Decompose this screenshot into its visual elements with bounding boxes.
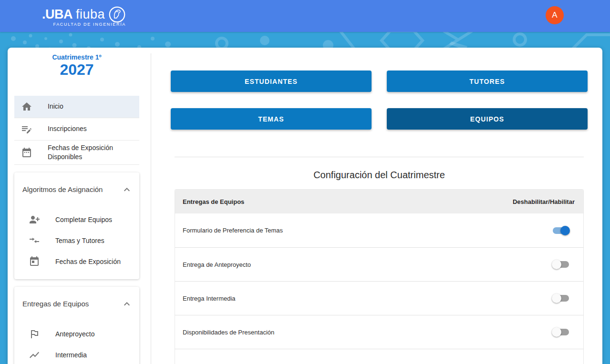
app-header: .UBAfiuba FACULTAD DE INGENIERÍA A [0,0,610,32]
sidebar-item-inicio[interactable]: Inicio [14,96,139,118]
semester-year: 2027 [14,61,139,79]
main-card: Cuatrimestre 1º 2027 Inicio Inscripcione… [8,48,602,364]
entity-buttons: ESTUDIANTES TUTORES TEMAS EQUIPOS [171,71,588,130]
section-header-entregas[interactable]: Entregas de Equipos [14,294,139,313]
table-row: Disponibilidades de Presentación [175,315,583,349]
sidebar-item-label: Inscripciones [48,124,87,133]
playlist-edit-icon [21,123,32,135]
uba-emblem-icon [108,6,126,23]
section-header-algoritmos[interactable]: Algoritmos de Asignación [14,180,139,199]
sidebar-section-entregas: Entregas de Equipos Anteproyecto Interme… [14,287,139,364]
config-row-label: Entrega de Anteproyecto [183,261,251,268]
person-add-icon [29,214,40,225]
table-header-left: Entregas de Equipos [183,198,244,205]
config-table: Entregas de Equipos Deshabilitar/Habilit… [175,189,584,364]
logo-uba-text: .UBA [42,7,72,22]
table-row: Formulario de Preferencia de Temas [175,213,583,247]
config-row-label: Entrega Intermedia [183,295,236,302]
sidebar-item-anteproyecto[interactable]: Anteproyecto [14,324,139,344]
flag-icon [29,328,40,340]
user-avatar[interactable]: A [546,6,564,24]
sidebar-item-label: Fechas de Exposición [55,258,121,265]
toggle-thumb [552,327,561,337]
sidebar-item-label: Anteproyecto [55,330,95,338]
table-row: Entrega Intermedia [175,281,583,315]
semester-block: Cuatrimestre 1º 2027 [14,48,139,79]
temas-button[interactable]: TEMAS [171,108,372,130]
config-row-label: Disponibilidades de Presentación [183,329,274,336]
section-title: Entregas de Equipos [22,300,89,308]
fiuba-logo[interactable]: .UBAfiuba FACULTAD DE INGENIERÍA [42,6,126,27]
sidebar-item-label: Fechas de Exposición Disponibles [48,143,135,162]
tutores-button[interactable]: TUTORES [387,71,588,92]
config-row-label: Formulario de Preferencia de Temas [183,227,283,234]
toggle-thumb [552,293,561,303]
toggle-thumb [552,260,561,269]
logo-subtitle: FACULTAD DE INGENIERÍA [42,22,126,27]
entrega-intermedia-toggle[interactable] [552,293,570,303]
sidebar: Cuatrimestre 1º 2027 Inicio Inscripcione… [8,48,151,364]
page-title: Configuración del Cuatrimestre [171,170,588,181]
table-header-right: Deshabilitar/Habilitar [513,198,575,205]
table-row: Entrega de Anteproyecto [175,247,583,281]
content-area: ESTUDIANTES TUTORES TEMAS EQUIPOS Config… [151,48,602,364]
sidebar-item-label: Inicio [48,102,63,111]
date-range-icon [21,147,32,158]
estudiantes-button[interactable]: ESTUDIANTES [171,71,372,92]
home-icon [21,101,32,112]
sidebar-section-algoritmos: Algoritmos de Asignación Completar Equip… [14,172,139,279]
section-title: Algoritmos de Asignación [22,185,103,193]
disponibilidades-presentacion-toggle[interactable] [552,327,570,337]
equipos-button[interactable]: EQUIPOS [387,108,588,130]
swap-arrows-icon [29,235,40,246]
chevron-up-icon [121,298,133,310]
sidebar-item-temas-tutores[interactable]: Temas y Tutores [14,230,139,251]
logo-fiuba-text: fiuba [76,7,105,22]
sidebar-item-label: Temas y Tutores [55,237,104,244]
sidebar-item-fechas-disponibles[interactable]: Fechas de Exposición Disponibles [14,141,139,165]
table-header-row: Entregas de Equipos Deshabilitar/Habilit… [175,190,583,213]
line-chart-icon [29,349,40,361]
content-divider [175,157,584,157]
chevron-up-icon [121,184,133,195]
sidebar-nav: Inicio Inscripciones Fechas de Exposició… [14,96,139,165]
sidebar-item-completar-equipos[interactable]: Completar Equipos [14,209,139,230]
event-icon [29,256,40,267]
sidebar-item-label: Intermedia [55,351,87,359]
sidebar-item-fechas-exposicion[interactable]: Fechas de Exposición [14,251,139,272]
toggle-thumb [560,226,570,235]
sidebar-item-inscripciones[interactable]: Inscripciones [14,118,139,141]
sidebar-item-intermedia[interactable]: Intermedia [14,344,139,364]
entrega-anteproyecto-toggle[interactable] [552,260,570,269]
preferencia-temas-toggle[interactable] [552,226,570,235]
table-row [175,349,583,364]
sidebar-item-label: Completar Equipos [55,216,112,223]
semester-label: Cuatrimestre 1º [14,53,139,61]
